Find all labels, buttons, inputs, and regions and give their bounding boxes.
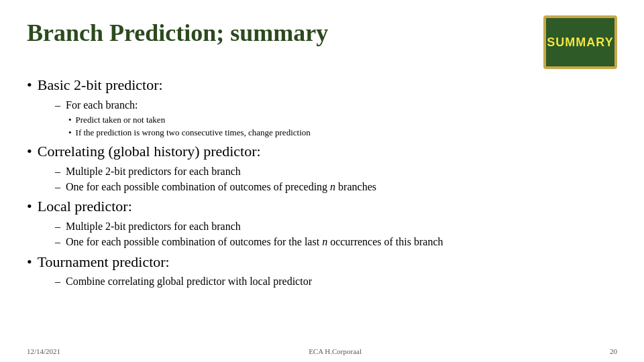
footer-page: 20	[610, 347, 617, 355]
slide-content: • Basic 2-bit predictor: – For each bran…	[27, 76, 617, 290]
dash-multiple-2bit-local: – Multiple 2-bit predictors for each bra…	[55, 219, 617, 234]
sub-items-basic: – For each branch: Predict taken or not …	[55, 98, 617, 139]
bullet-local-text: Local predictor:	[38, 197, 132, 217]
summary-board: SUMMARY	[543, 15, 617, 69]
section-tournament: • Tournament predictor: – Combine correl…	[27, 253, 617, 290]
slide-footer: 12/14/2021 ECA H.Corporaal 20	[27, 347, 617, 355]
bullet-basic: • Basic 2-bit predictor:	[27, 76, 617, 95]
dash-multiple-2bit-corr: – Multiple 2-bit predictors for each bra…	[55, 164, 617, 179]
bullet-basic-text: Basic 2-bit predictor:	[38, 76, 163, 95]
dot-predict-taken: Predict taken or not taken	[68, 113, 617, 127]
sub-items-local: – Multiple 2-bit predictors for each bra…	[55, 219, 617, 250]
footer-date: 12/14/2021	[27, 347, 60, 355]
bullet-dot-2: •	[27, 142, 32, 162]
section-local: • Local predictor: – Multiple 2-bit pred…	[27, 197, 617, 249]
section-correlating: • Correlating (global history) predictor…	[27, 142, 617, 194]
slide-header: Branch Prediction; summary SUMMARY	[27, 19, 617, 69]
slide: Branch Prediction; summary SUMMARY • Bas…	[0, 0, 644, 362]
bullet-correlating-text: Correlating (global history) predictor:	[38, 142, 261, 162]
dot-items-basic: Predict taken or not taken If the predic…	[68, 113, 617, 139]
slide-title: Branch Prediction; summary	[27, 19, 328, 48]
sub-items-tournament: – Combine correlating global predictor w…	[55, 274, 617, 289]
summary-board-text: SUMMARY	[547, 36, 613, 50]
footer-author: ECA H.Corporaal	[309, 347, 362, 355]
bullet-tournament-text: Tournament predictor:	[38, 253, 170, 272]
bullet-tournament: • Tournament predictor:	[27, 253, 617, 272]
dash-one-for-each-corr: – One for each possible combination of o…	[55, 180, 617, 194]
dash-for-each-branch: – For each branch:	[55, 98, 617, 113]
sub-items-correlating: – Multiple 2-bit predictors for each bra…	[55, 164, 617, 195]
bullet-dot-1: •	[27, 76, 32, 95]
bullet-correlating: • Correlating (global history) predictor…	[27, 142, 617, 162]
dash-combine: – Combine correlating global predictor w…	[55, 274, 617, 289]
dash-one-for-each-local: – One for each possible combination of o…	[55, 235, 617, 249]
section-basic: • Basic 2-bit predictor: – For each bran…	[27, 76, 617, 139]
bullet-dot-4: •	[27, 253, 32, 272]
bullet-local: • Local predictor:	[27, 197, 617, 217]
bullet-dot-3: •	[27, 197, 32, 217]
dot-if-wrong: If the prediction is wrong two consecuti…	[68, 126, 617, 139]
